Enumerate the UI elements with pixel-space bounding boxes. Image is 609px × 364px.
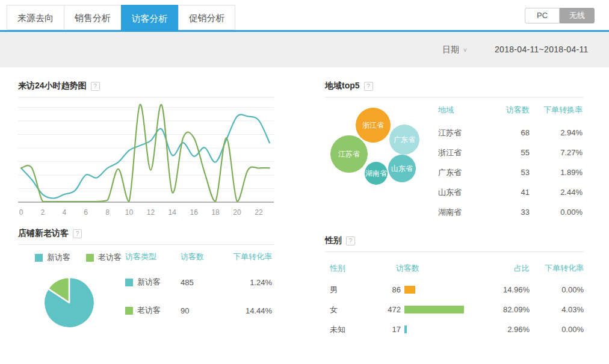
visitor-type-label: 老访客 — [137, 305, 161, 316]
gender-title-row: 性别 ? — [325, 235, 584, 247]
gender-rate: 0.00% — [530, 325, 584, 334]
region-table-header: 地域 访客数 下单转换率 — [438, 102, 583, 118]
visitor-count: 485 — [181, 278, 218, 287]
table-row: 山东省 41 2.44% — [438, 182, 583, 202]
table-row: 未知 17 2.96% 0.00% — [325, 319, 584, 339]
help-icon[interactable]: ? — [346, 236, 355, 245]
col-header-type: 访客类型 — [125, 251, 181, 262]
visitor-type-label: 新访客 — [137, 277, 161, 288]
region-body: 浙江省广东省江苏省山东省湖南省 地域 访客数 下单转换率 江苏省 68 2.94… — [325, 97, 584, 239]
bar-cell — [401, 325, 478, 333]
trend-section-title-row: 来访24小时趋势图 ? — [18, 80, 274, 92]
visitor-type-section: 店铺新老访客 ? 新访客 老访客 访客类型 访客数 下单转化率 — [18, 227, 274, 353]
tab-source-destination[interactable]: 来源去向 — [7, 5, 64, 30]
region-table: 地域 访客数 下单转换率 江苏省 68 2.94% 浙江省 55 7.27% 广… — [438, 102, 583, 222]
svg-text:浙江省: 浙江省 — [362, 121, 384, 129]
svg-text:2: 2 — [41, 208, 45, 217]
tabbar: 来源去向 销售分析 访客分析 促销分析 — [7, 5, 235, 32]
toggle-pc-button[interactable]: PC — [525, 8, 560, 23]
region-section: 地域top5 ? 浙江省广东省江苏省山东省湖南省 地域 访客数 下单转换率 江苏… — [325, 80, 584, 239]
visitor-type-table-header: 访客类型 访客数 下单转化率 — [125, 251, 274, 263]
svg-text:广东省: 广东省 — [394, 135, 415, 144]
table-row: 女 472 82.09% 4.03% — [325, 300, 584, 319]
region-title: 地域top5 — [325, 81, 360, 91]
region-visitors: 41 — [493, 188, 530, 197]
trend-line-chart: 0246810121416182022 — [18, 100, 274, 220]
col-header-conversion: 下单转化率 — [218, 251, 274, 262]
device-toggle: PC 无线 — [525, 8, 595, 23]
visitor-type-cell: 老访客 — [125, 305, 181, 316]
legend-swatch-teal — [35, 254, 43, 262]
col-header-visitors: 访客数 — [360, 263, 456, 274]
bar-cell — [401, 306, 478, 313]
help-icon[interactable]: ? — [91, 82, 100, 91]
trend-title: 来访24小时趋势图 — [18, 81, 87, 91]
row-swatch-teal — [125, 279, 133, 286]
legend-label: 新访客 — [47, 252, 70, 263]
gender-section: 性别 ? 性别 访客数 占比 下单转化率 男 86 14.96% 0.00% 女… — [325, 235, 584, 339]
tab-visitor-analysis[interactable]: 访客分析 — [121, 5, 178, 32]
svg-text:14: 14 — [168, 208, 177, 217]
gender-table: 性别 访客数 占比 下单转化率 男 86 14.96% 0.00% 女 472 … — [325, 261, 584, 339]
col-header-visitors: 访客数 — [493, 105, 530, 116]
tab-sales-analysis[interactable]: 销售分析 — [64, 5, 121, 30]
legend-label: 老访客 — [98, 252, 122, 263]
svg-text:22: 22 — [255, 208, 263, 217]
gender-rate: 0.00% — [530, 285, 584, 294]
gender-share: 2.96% — [478, 325, 530, 334]
region-section-title-row: 地域top5 ? — [325, 80, 584, 92]
visitor-count: 90 — [181, 306, 218, 315]
svg-text:16: 16 — [190, 208, 199, 217]
region-visitors: 55 — [493, 148, 530, 157]
gender-count: 17 — [360, 325, 401, 334]
toggle-wireless-button[interactable]: 无线 — [560, 8, 595, 23]
svg-text:20: 20 — [233, 208, 241, 217]
tab-promotion-analysis[interactable]: 促销分析 — [178, 5, 235, 30]
col-header-conversion: 下单转化率 — [530, 263, 584, 274]
visitor-type-table: 访客类型 访客数 下单转化率 新访客 485 1.24% 老访客 — [125, 251, 274, 333]
region-visitors: 53 — [493, 168, 530, 177]
visitor-rate: 1.24% — [218, 278, 274, 287]
gender-label: 未知 — [325, 324, 360, 335]
svg-text:湖南省: 湖南省 — [365, 169, 387, 177]
col-header-region: 地域 — [438, 105, 493, 116]
divider — [18, 97, 274, 97]
date-dropdown-label: 日期 — [442, 45, 459, 54]
legend-item-old: 老访客 — [86, 252, 122, 263]
gender-label: 男 — [325, 285, 360, 295]
region-visitors: 68 — [493, 128, 530, 137]
gender-table-header: 性别 访客数 占比 下单转化率 — [325, 261, 584, 276]
table-row: 老访客 90 14.44% — [125, 304, 274, 316]
date-dropdown[interactable]: 日期 ˅ — [442, 45, 467, 55]
region-visitors: 33 — [493, 208, 530, 217]
legend-item-new: 新访客 — [35, 252, 70, 263]
gender-rate: 4.03% — [530, 305, 584, 314]
svg-text:10: 10 — [125, 208, 134, 217]
gender-count: 86 — [360, 285, 401, 294]
help-icon[interactable]: ? — [364, 82, 373, 91]
gender-bar-male — [404, 286, 415, 294]
visitor-analysis-dashboard: 来源去向 销售分析 访客分析 促销分析 PC 无线 日期 ˅ 2018-04-1… — [0, 0, 609, 364]
region-rate: 2.44% — [530, 188, 583, 197]
bar-cell — [401, 286, 478, 294]
region-rate: 2.94% — [530, 128, 583, 137]
region-name: 山东省 — [438, 187, 493, 198]
pie-legend: 新访客 老访客 — [35, 252, 137, 263]
region-rate: 1.89% — [530, 168, 583, 177]
region-name: 广东省 — [438, 167, 493, 178]
table-row: 新访客 485 1.24% — [125, 276, 274, 288]
region-name: 湖南省 — [438, 207, 493, 218]
date-filter-band: 日期 ˅ 2018-04-11~2018-04-11 — [0, 32, 609, 67]
visitor-type-title-row: 店铺新老访客 ? — [18, 227, 274, 239]
table-row: 浙江省 55 7.27% — [438, 143, 583, 162]
visitor-rate: 14.44% — [218, 306, 274, 315]
col-header-share: 占比 — [478, 263, 530, 274]
visitor-type-body: 新访客 老访客 访客类型 访客数 下单转化率 新访客 — [18, 245, 274, 353]
gender-bar-unknown — [404, 325, 407, 333]
table-row: 江苏省 68 2.94% — [438, 123, 583, 143]
gender-share: 82.09% — [478, 305, 530, 314]
svg-text:18: 18 — [211, 208, 220, 217]
svg-text:0: 0 — [19, 208, 23, 217]
col-header-conversion: 下单转换率 — [530, 105, 583, 116]
help-icon[interactable]: ? — [73, 229, 82, 238]
